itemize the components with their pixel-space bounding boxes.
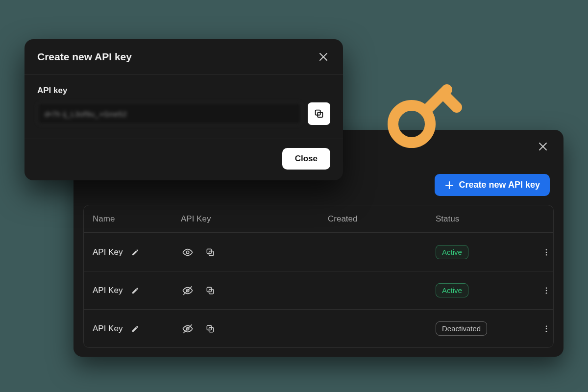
svg-point-26 [546, 330, 547, 332]
svg-point-10 [546, 249, 547, 250]
copy-icon [205, 286, 215, 295]
dialog-title: Create new API key [37, 51, 132, 63]
status-badge: Active [436, 245, 468, 259]
svg-point-19 [546, 292, 547, 294]
key-icon [382, 71, 466, 156]
create-api-key-button[interactable]: Create new API key [435, 174, 550, 196]
svg-line-2 [443, 94, 457, 107]
svg-point-18 [546, 290, 547, 291]
row-name: API Key [93, 247, 122, 257]
col-created: Created [328, 214, 436, 224]
svg-point-24 [546, 325, 547, 327]
create-api-key-dialog: Create new API key API key Close [24, 39, 343, 180]
create-api-key-label: Create new API key [459, 180, 540, 190]
svg-point-12 [546, 254, 547, 255]
toggle-visibility-button[interactable] [181, 284, 195, 297]
dialog-body: API key [24, 75, 343, 139]
close-icon [318, 52, 328, 62]
status-badge: Deactivated [436, 321, 487, 336]
eye-off-icon [182, 285, 193, 296]
copy-key-button[interactable] [203, 284, 217, 297]
kebab-icon [542, 324, 551, 333]
dialog-header: Create new API key [24, 39, 343, 75]
toggle-visibility-button[interactable] [181, 245, 195, 259]
row-menu-button[interactable] [539, 284, 553, 297]
api-key-field-label: API key [37, 86, 330, 96]
close-icon [538, 142, 548, 151]
col-api-key: API Key [181, 214, 328, 224]
dialog-footer: Close [24, 139, 343, 180]
pencil-icon [131, 325, 139, 333]
edit-name-button[interactable] [128, 284, 142, 297]
toggle-visibility-button[interactable] [181, 322, 195, 336]
svg-point-17 [546, 287, 547, 289]
kebab-icon [542, 248, 551, 257]
svg-point-11 [546, 251, 547, 253]
col-status: Status [436, 214, 524, 224]
table-row: API Key Deactivated [84, 309, 553, 347]
status-badge: Active [436, 283, 468, 297]
api-key-input[interactable] [37, 102, 302, 125]
row-menu-button[interactable] [539, 322, 553, 336]
close-dialog-button[interactable] [317, 50, 330, 64]
api-keys-table: Name API Key Created Status API Key [83, 205, 554, 348]
row-menu-button[interactable] [539, 245, 553, 259]
edit-name-button[interactable] [128, 245, 142, 259]
copy-key-button[interactable] [203, 322, 217, 336]
svg-point-7 [186, 251, 189, 254]
close-button-label: Close [295, 154, 318, 163]
eye-icon [182, 247, 193, 258]
table-row: API Key Active [84, 271, 553, 309]
copy-icon [205, 247, 215, 257]
svg-point-25 [546, 328, 547, 329]
pencil-icon [131, 287, 139, 294]
eye-off-icon [182, 323, 193, 334]
close-button[interactable]: Close [282, 148, 330, 170]
edit-name-button[interactable] [128, 322, 142, 336]
kebab-icon [542, 286, 551, 295]
table-row: API Key Active [84, 233, 553, 271]
copy-api-key-button[interactable] [308, 102, 330, 125]
table-header: Name API Key Created Status [84, 205, 553, 233]
row-name: API Key [93, 324, 122, 334]
copy-icon [314, 108, 324, 119]
pencil-icon [131, 248, 139, 256]
close-panel-button[interactable] [536, 140, 550, 153]
plus-icon [444, 180, 454, 190]
copy-icon [205, 324, 215, 334]
row-name: API Key [93, 286, 122, 295]
copy-key-button[interactable] [203, 245, 217, 259]
col-name: Name [93, 214, 181, 224]
